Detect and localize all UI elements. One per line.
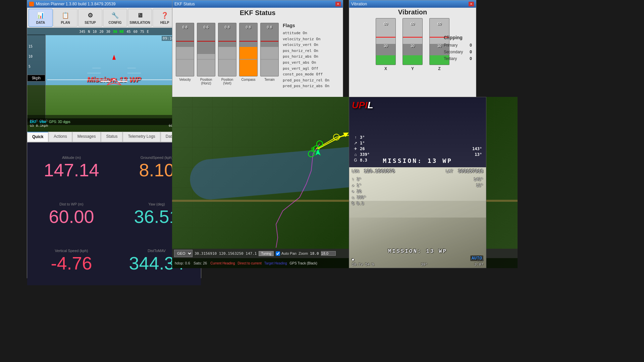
groundspeed-value: 8.10 [139, 161, 174, 179]
current-heading-label: Current Heading [210, 261, 235, 265]
tab-actions[interactable]: Actions [49, 132, 72, 142]
simulation-icon: 🖥 [135, 11, 145, 20]
osd-mid-right: 143° 13° [474, 177, 483, 189]
vib-clip-primary-label: Primary [444, 43, 458, 48]
app-title: Mission Planner 1.3.80 build 1.3.8479.20… [36, 2, 116, 6]
nav-data[interactable]: 📊 DATA [29, 9, 53, 27]
vib-clip-primary: Primary 0 [444, 43, 472, 48]
tab-telemetry-logs[interactable]: Telemetry Logs [123, 132, 160, 142]
vspeed-value: -4.76 [51, 254, 92, 272]
nav-config[interactable]: 🔧 CONFIG [103, 9, 127, 27]
tab-messages[interactable]: Messages [72, 132, 101, 142]
vib-y-label: Y [402, 66, 423, 71]
vibe-button[interactable]: Vibe [39, 120, 46, 124]
svg-point-14 [317, 141, 323, 147]
upil-info-row-3: ✈ 26 143° [353, 146, 482, 151]
osd-mid-left: ↑ 3° ↗ 1° ✈ 26 ⌂ 339° G 8.3 [352, 177, 366, 207]
vib-clip-tertiary-label: Tertiary [444, 56, 457, 61]
map-coordinates: 30.3156910 120.1563250 147.1 [195, 251, 257, 256]
vspeed-label: Vertical Speed (kph) [55, 249, 88, 253]
vib-bar-y: 60 30 Y [402, 18, 423, 71]
vib-clip-tertiary-value: 0 [470, 56, 472, 61]
altitude-label: Altitude (m) [62, 156, 81, 160]
zoom-label: Zoom [299, 251, 308, 255]
vib-clip-secondary: Secondary 0 [444, 50, 472, 54]
osd-lat-group: LAT 303157318 [446, 169, 483, 174]
upil-info-row-1: ↑ 3° [353, 135, 482, 140]
ekf-bar-pos-vert: 0.8 Position(Vert) [218, 23, 236, 89]
ekf-content: 0.8 Velocity 0.6 Position(Horiz) [172, 19, 343, 93]
nav-plan-label: PLAN [61, 21, 70, 24]
dist-wp-cell: Dist to WP (m) 60.00 [31, 192, 112, 236]
ekf-bars: 0.8 Velocity 0.6 Position(Horiz) [176, 23, 279, 89]
osd-battery-row: 10.7v 54 % 39° 3:07 [349, 262, 486, 266]
dist-mav-label: DistToMAV [148, 249, 166, 253]
map-track-info: Current Heading Direct to current Target… [210, 261, 317, 265]
osd-lon-value: 120.1563575 [364, 169, 395, 174]
target-heading-label: Target Heading [264, 261, 287, 265]
compass-text: 345 N 10 20 30 36 NE 45 60 75 E [79, 29, 149, 34]
osd-lat-value: 303157318 [458, 169, 483, 174]
nav-config-label: CONFIG [109, 21, 122, 24]
data-icon: 📊 [36, 11, 45, 20]
ekf-bar-compass: 0.8 Compass [239, 23, 258, 89]
nav-setup-label: SETUP [85, 21, 96, 24]
vspeed-cell: Vertical Speed (kph) -4.76 [31, 239, 112, 282]
tab-quick[interactable]: Quick [27, 132, 48, 142]
plan-icon: 📋 [61, 11, 70, 20]
ekf-flags-title: Flags [283, 23, 339, 28]
map-tuning-button[interactable]: Tuning [259, 251, 273, 256]
tab-status[interactable]: Status [101, 132, 122, 142]
ekf-title-bar: EKF Status ✕ [172, 0, 343, 8]
vib-body: 60 30 X 60 30 Y [349, 18, 476, 97]
vib-z-label: Z [429, 66, 449, 71]
osd-autopilot: AUTO [470, 255, 483, 261]
osd-lat-label: LAT [446, 169, 453, 174]
autopan-label: Auto Pan [276, 251, 297, 256]
altitude-value: 147.14 [44, 161, 99, 179]
ekf-bar-pos-horiz: 0.6 Position(Horiz) [197, 23, 215, 89]
vib-title-bar: Vibration ✕ [349, 0, 476, 8]
ekf-bar-velocity: 0.8 Velocity [176, 23, 194, 89]
nav-plan[interactable]: 📋 PLAN [53, 9, 77, 27]
osd-overlay: LON 120.1563575 LAT 303157318 ↑ 3° ↗ 1° … [349, 167, 486, 268]
upil-mission: MISSION: 13 WP [349, 157, 486, 164]
dist-wp-value: 60.00 [49, 207, 94, 226]
ekf-close-button[interactable]: ✕ [335, 2, 341, 6]
nav-setup[interactable]: ⚙ SETUP [78, 9, 102, 27]
map-hdop: hdop: 0.6 [175, 261, 190, 265]
bat1-val: 10.7v [352, 262, 363, 266]
zoom-input[interactable] [321, 251, 336, 256]
ekf-flags: Flags attitude On velocity_horiz On velo… [283, 23, 339, 89]
nav-simulation[interactable]: 🖥 SIMULATION [128, 9, 152, 27]
osd-mah-row: ■ 100 [349, 258, 486, 262]
speed-tape: 15 10 5 0 9kph [27, 35, 46, 122]
speed-value-text: 9kph [32, 76, 41, 80]
vib-clip-secondary-value: 0 [470, 50, 472, 54]
map-sats: Sats: 26 [194, 261, 207, 265]
nav-simulation-label: SIMULATION [129, 21, 150, 24]
svg-line-20 [318, 134, 346, 149]
ekf-window: EKF Status ✕ EKF Status 0.8 Velocity [172, 0, 343, 97]
vib-clip-primary-value: 0 [470, 43, 472, 48]
bat3-val: 39° [421, 262, 428, 266]
help-icon: ❓ [160, 11, 169, 20]
osd-top-row: LON 120.1563575 LAT 303157318 [349, 169, 486, 174]
ekf-button[interactable]: EKF [30, 120, 37, 124]
ekf-flags-text: attitude On velocity_horiz On velocity_v… [283, 30, 339, 89]
vib-clip-secondary-label: Secondary [444, 50, 463, 54]
upil-info-row-4: ⌂ 339° 13° [353, 152, 482, 157]
autopan-checkbox[interactable] [276, 251, 280, 256]
upil-top-section: UPIL ↑ 3° ↗ 1° ✈ 26 143° ⌂ 339° 13° [349, 97, 486, 168]
vib-clipping: Clipping Primary 0 Secondary 0 Tertiary … [444, 35, 472, 63]
gps-status: GPS: 3D dgps [49, 120, 70, 124]
vib-close-button[interactable]: ✕ [469, 2, 474, 6]
nav-help-label: HELP [160, 21, 169, 24]
upil-panel: UPIL ↑ 3° ↗ 1° ✈ 26 143° ⌂ 339° 13° [349, 97, 486, 268]
direct-label: Direct to current [238, 261, 262, 265]
map-type-select[interactable]: GEO [174, 250, 193, 257]
bat2-val: 54 [365, 262, 370, 266]
mission-text: Mission: 13 WP [87, 75, 141, 84]
speed-indicator: 9kph [27, 75, 45, 81]
nav-data-label: DATA [36, 21, 45, 24]
